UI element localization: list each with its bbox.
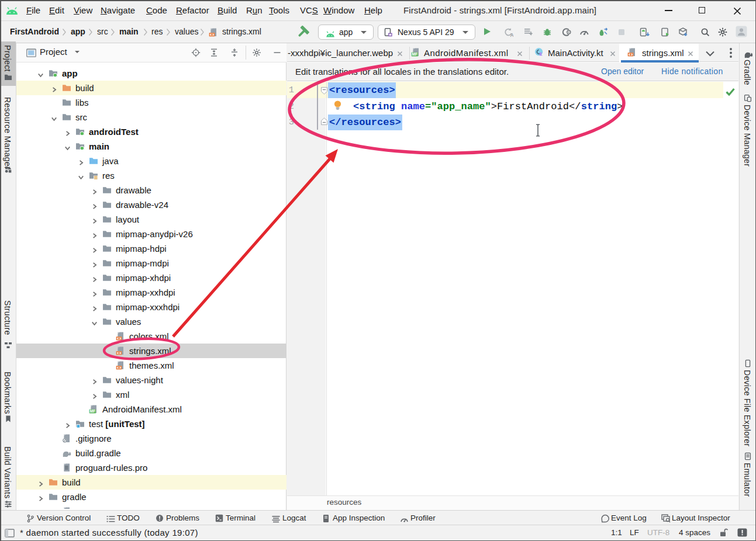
svg-text:A: A: [510, 32, 513, 37]
svg-text:MF: MF: [412, 52, 418, 56]
